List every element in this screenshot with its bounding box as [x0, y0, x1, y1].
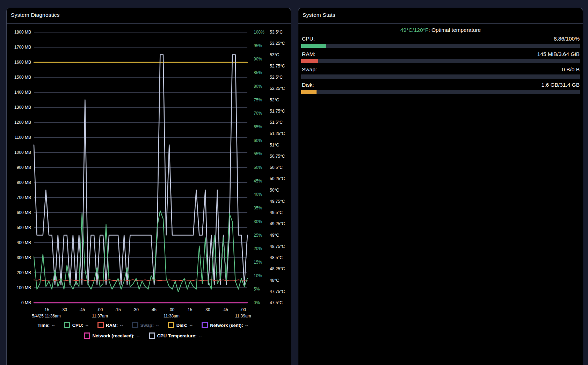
- legend-value: --: [156, 323, 159, 328]
- percent-tick-label: 40%: [254, 192, 262, 197]
- temperature-tick-label: 53.25°C: [270, 41, 285, 46]
- date-label: 5/4/25 11:36am: [32, 314, 61, 319]
- temperature-tick-label: 47.75°C: [270, 289, 285, 294]
- memory-tick-label: 900 MB: [7, 165, 31, 170]
- time-tick-label: :45: [145, 307, 162, 312]
- system-diagnostics-panel: System Diagnostics 1800 MB1700 MB1600 MB…: [6, 8, 291, 365]
- temperature-tick-label: 51.5°C: [270, 120, 283, 125]
- percent-tick-label: 20%: [254, 246, 262, 251]
- percent-tick-label: 85%: [254, 70, 262, 75]
- temperature-tick-label: 50.75°C: [270, 154, 285, 159]
- time-tick-label: :00: [163, 307, 180, 312]
- temperature-tick-label: 51.75°C: [270, 109, 285, 114]
- legend-item-network-received[interactable]: Network (received):--: [84, 332, 139, 339]
- time-tick-label: :00: [234, 307, 252, 312]
- time-tick-label: :15: [181, 307, 198, 312]
- time-tick-label: :30: [198, 307, 216, 312]
- temperature-tick-label: 50.5°C: [270, 165, 283, 170]
- legend-item-cpu-temperature[interactable]: CPU Temperature:--: [149, 332, 202, 339]
- time-tick-label: :15: [109, 307, 126, 312]
- time-tick-label: :30: [127, 307, 145, 312]
- ram-stat-bar-fill: [301, 59, 318, 63]
- series-line-cpu: [34, 211, 247, 292]
- temperature-tick-label: 52.25°C: [270, 86, 285, 91]
- legend-label: Disk:: [176, 323, 188, 328]
- legend-label: Time:: [38, 323, 50, 328]
- swap-stat-bar: [301, 74, 580, 79]
- legend-item-time[interactable]: Time:--: [38, 323, 55, 328]
- swap-stat-label: Swap:: [302, 66, 317, 73]
- temperature-status-text: : Optimal temperature: [428, 27, 481, 33]
- temperature-tick-label: 53°C: [270, 52, 279, 57]
- date-label: 11:39am: [235, 314, 251, 319]
- legend-item-swap[interactable]: Swap:--: [132, 322, 159, 328]
- percent-tick-label: 90%: [254, 57, 262, 62]
- time-tick-label: :00: [91, 307, 109, 312]
- legend-label: RAM:: [106, 323, 118, 328]
- legend-label: CPU:: [72, 323, 84, 328]
- memory-tick-label: 1800 MB: [7, 30, 31, 35]
- percent-tick-label: 75%: [254, 98, 262, 102]
- percent-tick-label: 50%: [254, 165, 262, 170]
- time-tick-label: :30: [56, 307, 73, 312]
- stats-panel-title: System Stats: [303, 12, 335, 18]
- disk-stat-label: Disk:: [302, 82, 314, 88]
- temperature-tick-label: 47.5°C: [270, 300, 283, 305]
- percent-tick-label: 100%: [254, 30, 264, 35]
- temperature-tick-label: 49.75°C: [270, 199, 285, 204]
- legend-swatch: [132, 322, 138, 328]
- memory-tick-label: 200 MB: [7, 270, 31, 275]
- cpu-stat-bar-fill: [301, 44, 326, 48]
- memory-tick-label: 100 MB: [7, 285, 31, 290]
- legend-item-ram[interactable]: RAM:--: [97, 322, 123, 328]
- legend-value: --: [199, 333, 202, 338]
- percent-tick-label: 25%: [254, 233, 262, 238]
- temperature-tick-label: 50.25°C: [270, 176, 285, 181]
- memory-tick-label: 1100 MB: [7, 135, 31, 140]
- panel-divider: [298, 23, 583, 24]
- legend-item-network-sent[interactable]: Network (sent):--: [202, 322, 248, 328]
- cpu-stat-value: 8.86/100%: [554, 36, 580, 42]
- date-label: 11:37am: [92, 314, 108, 319]
- percent-tick-label: 60%: [254, 138, 262, 143]
- temperature-tick-label: 52°C: [270, 98, 279, 102]
- legend-item-cpu[interactable]: CPU:--: [64, 322, 88, 328]
- percent-tick-label: 15%: [254, 260, 262, 265]
- legend-value: --: [85, 323, 88, 328]
- percent-tick-label: 35%: [254, 206, 262, 210]
- percent-tick-label: 80%: [254, 84, 262, 89]
- legend-label: Swap:: [140, 323, 154, 328]
- memory-tick-label: 1500 MB: [7, 75, 31, 80]
- temperature-tick-label: 52.75°C: [270, 64, 285, 69]
- legend-value: --: [52, 323, 55, 328]
- time-tick-label: :45: [73, 307, 91, 312]
- temperature-tick-label: 51.25°C: [270, 131, 285, 136]
- memory-tick-label: 1000 MB: [7, 150, 31, 155]
- temperature-tick-label: 49.25°C: [270, 221, 285, 226]
- swap-stat-value: 0 B/0 B: [562, 66, 580, 73]
- legend-item-disk[interactable]: Disk:--: [168, 322, 193, 328]
- ram-stat-bar: [301, 59, 580, 63]
- temperature-status-value: 49°C/120°F: [400, 27, 428, 33]
- memory-tick-label: 600 MB: [7, 210, 31, 215]
- memory-tick-label: 1600 MB: [7, 60, 31, 65]
- legend-swatch: [84, 332, 90, 339]
- percent-tick-label: 0%: [254, 300, 260, 305]
- memory-tick-label: 800 MB: [7, 180, 31, 185]
- legend-label: CPU Temperature:: [157, 333, 197, 338]
- disk-stat-bar-fill: [301, 90, 317, 94]
- temperature-tick-label: 51°C: [270, 143, 279, 148]
- legend-value: --: [137, 333, 140, 338]
- ram-stat-label: RAM:: [302, 51, 315, 57]
- ram-stat-value: 145 MiB/3.64 GiB: [537, 51, 580, 57]
- percent-tick-label: 30%: [254, 219, 262, 224]
- temperature-tick-label: 53.5°C: [270, 30, 283, 35]
- cpu-stat-bar: [301, 44, 580, 48]
- time-tick-label: :15: [38, 307, 55, 312]
- temperature-tick-label: 48.75°C: [270, 244, 285, 249]
- legend-swatch: [64, 322, 70, 328]
- memory-tick-label: 1200 MB: [7, 120, 31, 125]
- temperature-tick-label: 49.5°C: [270, 210, 283, 215]
- legend-swatch: [97, 322, 104, 328]
- legend-swatch: [168, 322, 174, 328]
